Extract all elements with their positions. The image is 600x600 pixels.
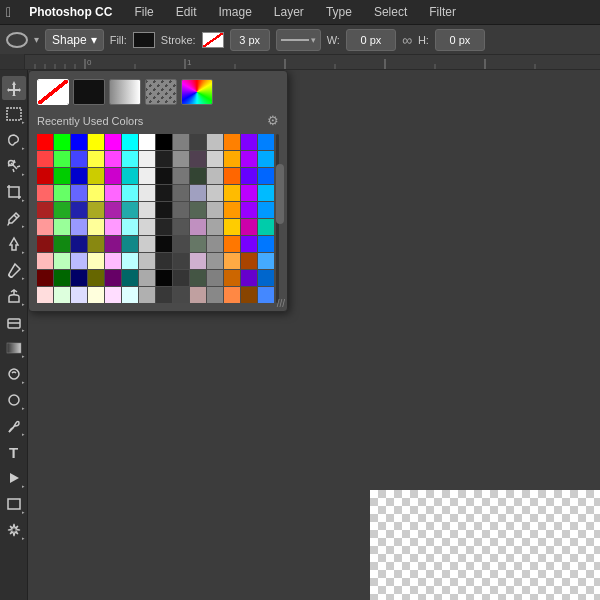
solid-swatch-btn[interactable]	[73, 79, 105, 105]
color-cell[interactable]	[224, 287, 240, 303]
color-cell[interactable]	[88, 151, 104, 167]
menu-type[interactable]: Type	[322, 0, 356, 24]
color-cell[interactable]	[258, 202, 274, 218]
color-cell[interactable]	[173, 185, 189, 201]
color-cell[interactable]	[190, 168, 206, 184]
color-cell[interactable]	[54, 134, 70, 150]
color-cell[interactable]	[190, 287, 206, 303]
color-cell[interactable]	[71, 185, 87, 201]
color-cell[interactable]	[37, 151, 53, 167]
color-cell[interactable]	[105, 168, 121, 184]
color-cell[interactable]	[173, 168, 189, 184]
color-cell[interactable]	[71, 219, 87, 235]
color-cell[interactable]	[190, 253, 206, 269]
color-cell[interactable]	[88, 236, 104, 252]
color-cell[interactable]	[54, 168, 70, 184]
color-cell[interactable]	[71, 134, 87, 150]
color-cell[interactable]	[105, 236, 121, 252]
color-cell[interactable]	[207, 287, 223, 303]
color-cell[interactable]	[258, 219, 274, 235]
color-cell[interactable]	[37, 270, 53, 286]
color-cell[interactable]	[139, 168, 155, 184]
menu-edit[interactable]: Edit	[172, 0, 201, 24]
brush-tool[interactable]: ▸	[2, 258, 26, 282]
rainbow-swatch-btn[interactable]	[181, 79, 213, 105]
tool-chevron[interactable]: ▾	[34, 34, 39, 45]
color-cell[interactable]	[139, 151, 155, 167]
color-cell[interactable]	[207, 151, 223, 167]
color-cell[interactable]	[122, 287, 138, 303]
hand-tool[interactable]: ▸	[2, 518, 26, 542]
color-cell[interactable]	[105, 151, 121, 167]
color-cell[interactable]	[105, 253, 121, 269]
color-cell[interactable]	[88, 202, 104, 218]
menu-select[interactable]: Select	[370, 0, 411, 24]
color-cell[interactable]	[122, 151, 138, 167]
color-cell[interactable]	[224, 151, 240, 167]
color-cell[interactable]	[88, 185, 104, 201]
color-cell[interactable]	[88, 287, 104, 303]
color-cell[interactable]	[156, 134, 172, 150]
color-cell[interactable]	[224, 202, 240, 218]
color-cell[interactable]	[88, 253, 104, 269]
color-cell[interactable]	[37, 168, 53, 184]
color-cell[interactable]	[241, 287, 257, 303]
color-cell[interactable]	[207, 202, 223, 218]
color-cell[interactable]	[190, 236, 206, 252]
color-cell[interactable]	[173, 236, 189, 252]
color-cell[interactable]	[241, 185, 257, 201]
color-cell[interactable]	[139, 270, 155, 286]
color-cell[interactable]	[156, 185, 172, 201]
eraser-tool[interactable]: ▸	[2, 310, 26, 334]
resize-handle[interactable]: ///	[277, 298, 285, 309]
color-cell[interactable]	[37, 253, 53, 269]
color-cell[interactable]	[190, 151, 206, 167]
color-cell[interactable]	[139, 219, 155, 235]
color-cell[interactable]	[139, 202, 155, 218]
color-cell[interactable]	[122, 253, 138, 269]
canvas-area[interactable]: Recently Used Colors ⚙ ///	[28, 70, 600, 600]
crop-tool[interactable]: ▸	[2, 180, 26, 204]
move-tool[interactable]	[2, 76, 26, 100]
color-cell[interactable]	[207, 270, 223, 286]
color-cell[interactable]	[88, 134, 104, 150]
stroke-swatch[interactable]	[202, 32, 224, 48]
pattern-swatch-btn[interactable]	[145, 79, 177, 105]
color-cell[interactable]	[37, 202, 53, 218]
color-cell[interactable]	[54, 253, 70, 269]
color-cell[interactable]	[258, 236, 274, 252]
color-cell[interactable]	[173, 134, 189, 150]
color-cell[interactable]	[88, 270, 104, 286]
color-cell[interactable]	[258, 168, 274, 184]
color-cell[interactable]	[105, 287, 121, 303]
color-cell[interactable]	[258, 134, 274, 150]
color-cell[interactable]	[37, 185, 53, 201]
scrollbar-thumb[interactable]	[276, 164, 284, 224]
menu-filter[interactable]: Filter	[425, 0, 460, 24]
color-cell[interactable]	[122, 185, 138, 201]
color-cell[interactable]	[122, 134, 138, 150]
color-cell[interactable]	[258, 270, 274, 286]
color-cell[interactable]	[122, 236, 138, 252]
menu-image[interactable]: Image	[214, 0, 255, 24]
color-cell[interactable]	[88, 219, 104, 235]
color-cell[interactable]	[37, 134, 53, 150]
lasso-tool[interactable]: ▸	[2, 128, 26, 152]
color-cell[interactable]	[224, 253, 240, 269]
path-selection-tool[interactable]: ▸	[2, 466, 26, 490]
text-tool[interactable]: T	[2, 440, 26, 464]
fill-swatch[interactable]	[133, 32, 155, 48]
color-cell[interactable]	[71, 287, 87, 303]
color-cell[interactable]	[122, 168, 138, 184]
color-cell[interactable]	[156, 219, 172, 235]
color-cell[interactable]	[224, 236, 240, 252]
color-cell[interactable]	[71, 253, 87, 269]
color-cell[interactable]	[258, 151, 274, 167]
menu-layer[interactable]: Layer	[270, 0, 308, 24]
spot-healing-brush-tool[interactable]: ▸	[2, 232, 26, 256]
menu-file[interactable]: File	[130, 0, 157, 24]
blur-tool[interactable]: ▸	[2, 362, 26, 386]
color-cell[interactable]	[156, 270, 172, 286]
color-cell[interactable]	[54, 236, 70, 252]
color-cell[interactable]	[173, 219, 189, 235]
